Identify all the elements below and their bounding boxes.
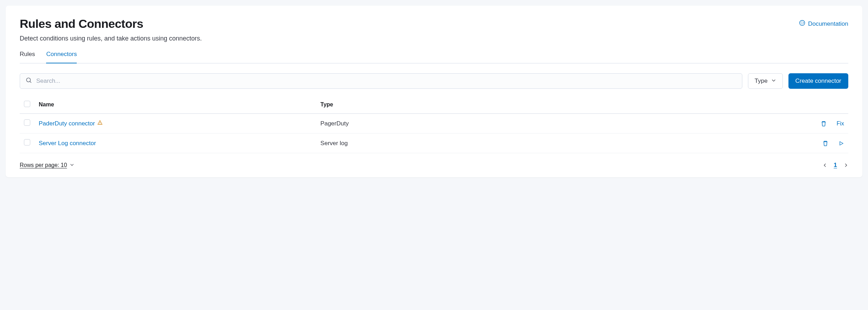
table-footer: Rows per page: 10 1 bbox=[20, 162, 848, 169]
prev-page-button[interactable] bbox=[823, 163, 828, 168]
connector-type: PagerDuty bbox=[316, 114, 600, 134]
table-row: Server Log connector Server log bbox=[20, 134, 848, 153]
delete-button[interactable] bbox=[820, 120, 827, 127]
delete-button[interactable] bbox=[822, 140, 829, 147]
column-header-name[interactable]: Name bbox=[34, 97, 316, 114]
documentation-link[interactable]: Documentation bbox=[799, 20, 848, 28]
svg-point-1 bbox=[801, 22, 803, 24]
tab-connectors[interactable]: Connectors bbox=[46, 51, 77, 63]
tab-rules[interactable]: Rules bbox=[20, 51, 35, 63]
svg-marker-6 bbox=[840, 142, 843, 145]
page-subtitle: Detect conditions using rules, and take … bbox=[20, 35, 848, 42]
table-row: PaderDuty connector PagerDuty bbox=[20, 114, 848, 134]
svg-line-3 bbox=[30, 81, 31, 82]
svg-point-2 bbox=[26, 78, 30, 82]
run-button[interactable] bbox=[838, 141, 844, 146]
page-title: Rules and Connectors bbox=[20, 17, 143, 31]
page-number[interactable]: 1 bbox=[834, 162, 837, 169]
main-card: Rules and Connectors Documentation Detec… bbox=[6, 6, 862, 177]
help-icon bbox=[799, 20, 805, 28]
warning-icon bbox=[97, 120, 103, 127]
connectors-table: Name Type PaderDuty connector bbox=[20, 97, 848, 153]
row-checkbox[interactable] bbox=[24, 139, 30, 145]
rows-per-page-label: Rows per page: 10 bbox=[20, 162, 67, 168]
search-box[interactable] bbox=[20, 73, 742, 89]
header-row: Rules and Connectors Documentation bbox=[20, 17, 848, 31]
documentation-label: Documentation bbox=[808, 20, 848, 27]
tabs: Rules Connectors bbox=[20, 51, 848, 63]
create-connector-button[interactable]: Create connector bbox=[788, 73, 848, 89]
search-icon bbox=[26, 77, 32, 85]
connector-name-link[interactable]: Server Log connector bbox=[39, 140, 96, 147]
connector-type: Server log bbox=[316, 134, 600, 153]
pagination: 1 bbox=[823, 162, 848, 169]
connector-name-link[interactable]: PaderDuty connector bbox=[39, 120, 95, 127]
row-checkbox[interactable] bbox=[24, 119, 30, 126]
header-checkbox-cell bbox=[20, 97, 34, 114]
column-header-type[interactable]: Type bbox=[316, 97, 600, 114]
chevron-down-icon bbox=[70, 162, 74, 168]
select-all-checkbox[interactable] bbox=[24, 101, 30, 107]
next-page-button[interactable] bbox=[843, 163, 848, 168]
type-filter-dropdown[interactable]: Type bbox=[748, 73, 783, 89]
svg-point-0 bbox=[799, 20, 805, 26]
svg-point-5 bbox=[100, 124, 100, 124]
search-input[interactable] bbox=[36, 78, 736, 85]
controls-row: Type Create connector bbox=[20, 73, 848, 89]
fix-button[interactable]: Fix bbox=[837, 120, 844, 127]
rows-per-page-selector[interactable]: Rows per page: 10 bbox=[20, 162, 74, 168]
chevron-down-icon bbox=[771, 78, 776, 85]
type-filter-label: Type bbox=[755, 78, 768, 85]
column-header-actions bbox=[600, 97, 848, 114]
